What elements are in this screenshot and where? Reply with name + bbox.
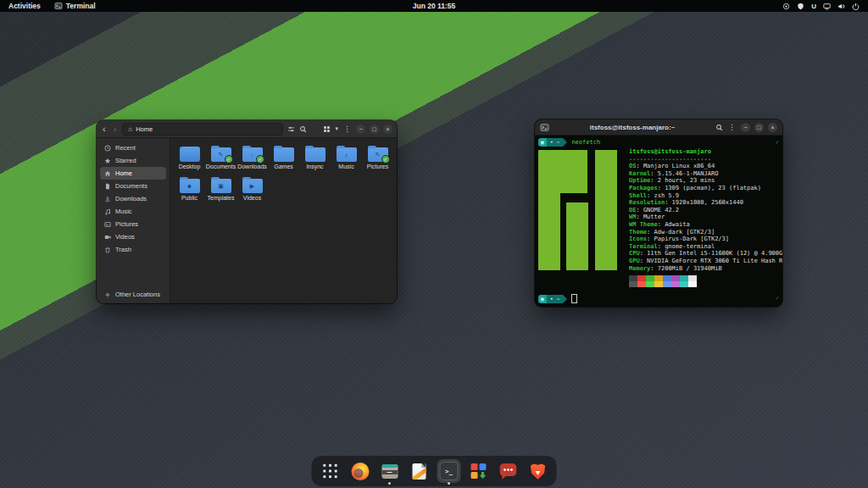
dock-item-firefox[interactable] (348, 459, 372, 483)
menu-kebab-icon[interactable]: ⋮ (342, 125, 352, 133)
terminal-menu-kebab-icon[interactable]: ⋮ (727, 124, 737, 131)
palette-swatch (646, 275, 654, 281)
terminal-color-palette (629, 275, 779, 287)
input-indicator: U (811, 3, 816, 10)
dock-item-software[interactable] (467, 459, 491, 483)
folder-item[interactable]: ▣ Templates (205, 175, 236, 201)
sidebar-item[interactable]: Downloads (100, 192, 166, 205)
palette-swatch (680, 281, 688, 287)
close-button[interactable]: × (383, 125, 392, 134)
brave-browser-icon (531, 463, 546, 480)
sidebar-item-other-locations[interactable]: Other Locations (100, 288, 166, 301)
sidebar-item-icon (104, 158, 111, 164)
terminal-close-button[interactable]: × (768, 123, 777, 132)
sidebar-item[interactable]: Pictures (100, 218, 166, 230)
dock-item-files[interactable] (378, 459, 402, 483)
search-icon[interactable] (299, 125, 307, 133)
folder-item[interactable]: ▶ Videos (236, 175, 268, 201)
minimize-button[interactable]: − (356, 125, 365, 134)
prompt-os-segment: ▣ (538, 295, 547, 303)
sidebar-item[interactable]: Documents (100, 180, 166, 192)
folder-label: Insync (306, 164, 323, 169)
folder-item[interactable]: ♪ Music (331, 144, 362, 169)
neofetch-field: Theme: Adw-dark [GTK2/3] (629, 229, 779, 236)
folder-label: Pictures (367, 164, 388, 169)
sidebar-item[interactable]: Videos (100, 230, 166, 243)
sidebar-item-label: Starred (115, 157, 136, 164)
neofetch-field: WM Theme: Adwaita (629, 221, 779, 229)
files-grid: Desktop ✎ ✓ Documents (174, 144, 393, 201)
dock-item-text-editor[interactable] (408, 459, 431, 483)
sidebar-item[interactable]: Recent (100, 141, 166, 154)
grid-view-icon[interactable] (323, 125, 331, 133)
folder-label: Public (181, 195, 198, 201)
show-apps-button[interactable] (319, 459, 342, 483)
sync-check-badge: ✓ (381, 155, 390, 164)
sidebar-item-icon (104, 234, 111, 241)
powerline-arrow-icon (563, 138, 567, 147)
forward-button[interactable]: › (112, 125, 119, 134)
neofetch-user-host: itsfoss@itsfoss-manjaro (629, 148, 779, 156)
display-icon (823, 3, 831, 10)
terminal-window-icon (540, 123, 549, 132)
terminal-maximize-button[interactable]: □ (754, 123, 764, 132)
terminal-header-bar: itsfoss@itsfoss-manjaro:~ ⋮ − □ × (535, 119, 782, 136)
notifications-icon (782, 3, 790, 10)
terminal-app-icon (54, 2, 63, 10)
folder-label: Templates (208, 195, 235, 201)
chat-app-icon (500, 463, 517, 476)
palette-swatch (654, 281, 663, 287)
text-editor-icon (413, 463, 426, 480)
terminal-search-icon[interactable] (715, 124, 723, 131)
path-label: Home (136, 125, 153, 133)
neofetch-field: Uptime: 2 hours, 23 mins (629, 177, 779, 185)
folder-item[interactable]: ↓ ✓ Downloads (236, 144, 268, 169)
app-menu-terminal[interactable]: Terminal (49, 2, 101, 10)
neofetch-field: Resolution: 1920x1080, 2560x1440 (629, 199, 779, 207)
folder-icon (273, 144, 294, 162)
system-tray[interactable]: U (782, 3, 868, 10)
dock-item-chat[interactable] (497, 459, 520, 483)
sidebar-item[interactable]: Home (100, 167, 166, 180)
sidebar-item-label: Other Locations (115, 291, 160, 298)
folder-glyph (180, 147, 200, 162)
folder-item[interactable]: Desktop (174, 144, 205, 169)
app-menu-label: Terminal (66, 2, 96, 10)
sidebar-item[interactable]: Trash (100, 243, 166, 256)
terminal-body[interactable]: ✓ ▣ • ~ neofetch itsfoss@itsfoss-manjaro… (535, 136, 782, 307)
sidebar-item[interactable]: Music (100, 205, 166, 218)
activities-button[interactable]: Activities (0, 2, 49, 10)
view-caret-icon[interactable]: ▾ (335, 125, 338, 132)
back-button[interactable]: ‹ (101, 125, 108, 134)
folder-label: Games (274, 164, 293, 169)
terminal-minimize-button[interactable]: − (741, 123, 750, 132)
clock-button[interactable]: Jun 20 11:55 (413, 2, 456, 10)
palette-swatch (671, 281, 680, 287)
gnome-top-bar: Activities Terminal Jun 20 11:55 U (0, 0, 868, 12)
prompt-status-check: ✓ (776, 139, 779, 147)
prompt-path-segment: • ~ (547, 138, 564, 147)
palette-swatch (646, 281, 654, 287)
folder-item[interactable]: Games (268, 144, 299, 169)
folder-item[interactable]: Insync (299, 144, 331, 169)
path-bar[interactable]: ⌂ Home (122, 123, 283, 136)
dock-item-terminal[interactable]: >_ (437, 459, 461, 483)
neofetch-field: Packages: 1309 (pacman), 23 (flatpak) (629, 185, 779, 192)
power-icon (852, 3, 860, 10)
palette-swatch (680, 275, 688, 281)
sidebar-item-label: Pictures (115, 220, 138, 228)
palette-swatch (629, 275, 637, 281)
folder-item[interactable]: ✎ ✓ Documents (205, 144, 236, 169)
folder-item[interactable]: ✎ ✓ Pictures (362, 144, 393, 169)
sidebar-item[interactable]: Starred (100, 154, 166, 167)
folder-item[interactable]: ☻ Public (174, 175, 205, 201)
folder-glyph: ☻ (180, 179, 200, 193)
maximize-button[interactable]: □ (370, 125, 379, 134)
dock-item-brave[interactable] (526, 459, 550, 483)
active-prompt-line[interactable]: ▣ • ~ ✓ (538, 294, 779, 303)
neofetch-fields: OS: Manjaro Linux x86_64 Kernel: 5.15.46… (629, 163, 779, 272)
folder-icon (179, 144, 200, 162)
app-grid-icon (322, 463, 339, 480)
palette-swatch (671, 275, 680, 281)
view-options-icon[interactable] (287, 125, 295, 133)
